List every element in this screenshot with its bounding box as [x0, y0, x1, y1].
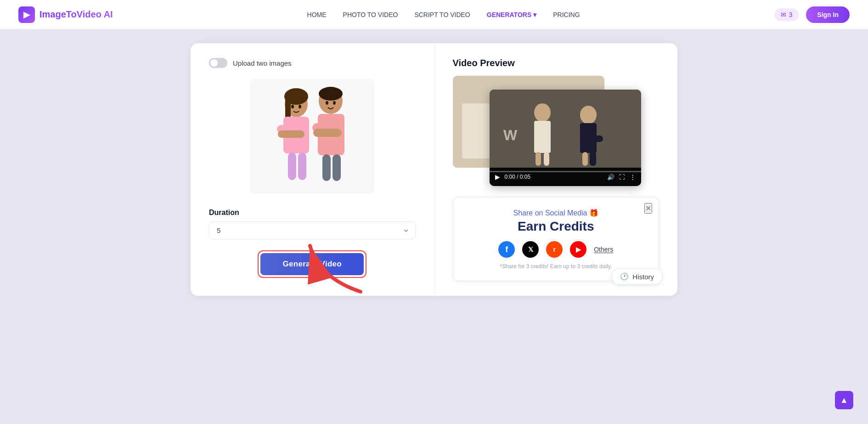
- svg-rect-34: [534, 121, 551, 153]
- svg-rect-14: [322, 154, 331, 181]
- social-card-title: Earn Credits: [464, 219, 648, 234]
- image-upload-area[interactable]: [209, 79, 416, 194]
- sign-in-button[interactable]: Sign In: [806, 6, 850, 23]
- svg-point-33: [534, 103, 551, 122]
- video-control-icons: 🔊 ⛶ ⋮: [607, 174, 636, 181]
- duration-select[interactable]: 5 10 15: [209, 221, 416, 239]
- history-icon: 🕐: [620, 272, 629, 281]
- nav-home[interactable]: HOME: [307, 11, 327, 18]
- main-nav: HOME PHOTO TO VIDEO SCRIPT TO VIDEO GENE…: [307, 11, 580, 18]
- svg-point-19: [333, 101, 336, 105]
- volume-icon[interactable]: 🔊: [607, 174, 614, 181]
- twitter-share-button[interactable]: 𝕏: [522, 241, 539, 258]
- play-button[interactable]: ▶: [495, 173, 500, 181]
- nav-generators[interactable]: GENERATORS ▾: [487, 11, 537, 18]
- svg-text:W: W: [503, 127, 518, 143]
- svg-rect-39: [580, 136, 603, 142]
- main-content: Upload two images: [0, 29, 868, 310]
- couple-illustration: [250, 79, 374, 194]
- svg-rect-6: [278, 130, 304, 138]
- header: ▶ ImageToVideo AI HOME PHOTO TO VIDEO SC…: [0, 0, 868, 29]
- logo-icon: ▶: [18, 6, 35, 23]
- notification-count: 3: [789, 11, 793, 18]
- svg-rect-35: [535, 152, 541, 166]
- nav-script-to-video[interactable]: SCRIPT TO VIDEO: [414, 11, 470, 18]
- time-display: 0:00 / 0:05: [505, 174, 603, 180]
- svg-point-16: [291, 105, 294, 108]
- social-card-subtitle: Share on Social Media 🎁: [464, 209, 648, 217]
- upload-toggle[interactable]: [209, 58, 227, 68]
- svg-rect-8: [298, 153, 306, 180]
- svg-point-10: [319, 87, 343, 101]
- more-options-icon[interactable]: ⋮: [630, 174, 636, 181]
- svg-rect-13: [313, 129, 342, 137]
- fullscreen-icon[interactable]: ⛶: [619, 174, 625, 181]
- video-controls: ▶ 0:00 / 0:05 🔊 ⛶ ⋮: [490, 168, 641, 186]
- left-panel: Upload two images: [191, 43, 434, 296]
- video-preview-title: Video Preview: [453, 58, 659, 68]
- nav-pricing[interactable]: PRICING: [553, 11, 580, 18]
- others-share-button[interactable]: Others: [594, 246, 613, 253]
- scroll-to-top-button[interactable]: ▲: [835, 391, 853, 409]
- upload-toggle-label: Upload two images: [233, 59, 292, 67]
- duration-label: Duration: [209, 209, 416, 217]
- social-icons-row: f 𝕏 r ▶ Others: [464, 241, 648, 258]
- svg-point-18: [326, 101, 328, 105]
- svg-text:W: W: [466, 116, 487, 140]
- thumbnail-front-image: W: [490, 90, 641, 168]
- video-thumbnails: W: [453, 76, 659, 186]
- header-right: ✉ 3 Sign In: [774, 6, 850, 23]
- youtube-share-button[interactable]: ▶: [570, 241, 586, 258]
- main-card: Upload two images: [191, 43, 677, 296]
- logo-text: ImageToVideo AI: [39, 9, 113, 20]
- svg-rect-0: [250, 79, 374, 194]
- right-panel: Video Preview W: [434, 43, 678, 296]
- svg-rect-7: [288, 153, 296, 180]
- facebook-share-button[interactable]: f: [498, 241, 515, 258]
- svg-rect-36: [544, 152, 549, 166]
- red-arrow-indicator: [301, 241, 365, 296]
- logo-area: ▶ ImageToVideo AI: [18, 6, 113, 23]
- upload-toggle-row: Upload two images: [209, 58, 416, 68]
- svg-rect-15: [333, 154, 341, 181]
- history-button[interactable]: 🕐 History: [611, 268, 663, 285]
- envelope-icon: ✉: [781, 11, 786, 18]
- svg-rect-40: [582, 152, 588, 166]
- video-progress-bar[interactable]: [490, 171, 641, 172]
- history-label: History: [632, 273, 654, 281]
- svg-rect-41: [590, 152, 596, 166]
- generate-section: Generate Video: [209, 250, 416, 278]
- svg-point-37: [580, 106, 597, 124]
- duration-section: Duration 5 10 15: [209, 209, 416, 239]
- notification-button[interactable]: ✉ 3: [774, 8, 799, 21]
- reddit-share-button[interactable]: r: [546, 241, 563, 258]
- svg-point-17: [299, 105, 301, 108]
- chevron-down-icon: ▾: [533, 11, 536, 18]
- close-button[interactable]: ✕: [644, 203, 652, 214]
- thumbnail-front[interactable]: W ▶ 0:00 / 0:05 🔊 ⛶ ⋮: [490, 90, 641, 186]
- nav-photo-to-video[interactable]: PHOTO TO VIDEO: [343, 11, 398, 18]
